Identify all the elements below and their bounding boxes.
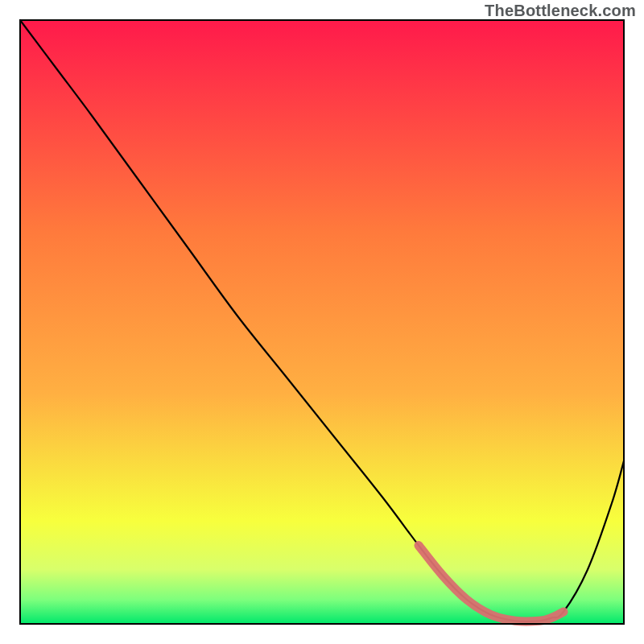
watermark-text: TheBottleneck.com [485,2,636,20]
bottleneck-chart [0,0,644,644]
chart-container: TheBottleneck.com [0,0,644,644]
plot-gradient-area [20,20,624,624]
